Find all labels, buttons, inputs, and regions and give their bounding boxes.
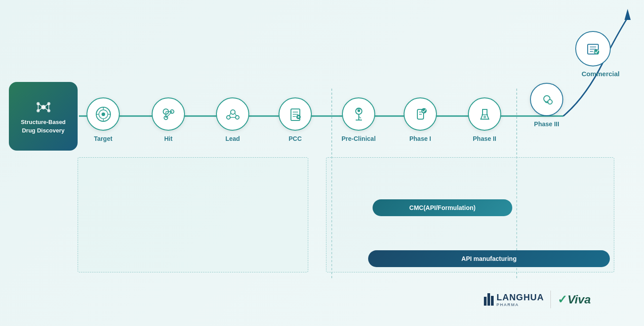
bar3: [491, 296, 494, 306]
pcc-circle: [279, 97, 312, 131]
target-circle: [86, 97, 120, 131]
pcc-label: PCC: [289, 135, 302, 142]
commercial-circle: [575, 31, 611, 66]
phase3-circle: [530, 83, 563, 116]
viva-check: ✓: [558, 293, 567, 306]
api-bar: API manufacturing: [368, 250, 610, 267]
svg-point-51: [421, 108, 427, 113]
cmc-bar: CMC(API/Formulation): [373, 199, 512, 216]
hit-label: Hit: [164, 135, 173, 142]
preclinical-label: Pre-Clinical: [342, 135, 376, 142]
stage-phase2: Phase II: [468, 97, 501, 142]
lead-circle: [216, 97, 249, 131]
discovery-area: [78, 157, 308, 272]
phase1-label: Phase I: [409, 135, 431, 142]
langhua-bars-icon: [484, 293, 494, 306]
logo-divider: [550, 291, 551, 308]
viva-logo: ✓Viva: [558, 293, 591, 307]
bar2: [487, 293, 490, 306]
stage-preclinical: Pre-Clinical: [342, 97, 376, 142]
svg-point-19: [102, 113, 105, 116]
lead-label: Lead: [225, 135, 240, 142]
hit-circle: [152, 97, 185, 131]
svg-point-30: [231, 110, 235, 114]
phase3-label: Phase III: [534, 120, 559, 128]
langhua-text: LANGHUA PHARMA: [496, 292, 544, 307]
stage-pcc: PCC: [279, 97, 312, 142]
commercial-label: Commercial: [581, 70, 620, 78]
svg-point-47: [357, 109, 360, 112]
logo-area: LANGHUA PHARMA ✓Viva: [484, 291, 591, 308]
cmc-label: CMC(API/Formulation): [409, 204, 475, 211]
svg-marker-2: [624, 9, 631, 20]
svg-line-34: [235, 113, 236, 116]
main-container: Structure-Based Drug Discovery Target: [0, 0, 644, 326]
stage-phase3: Phase III: [530, 83, 563, 128]
phase2-circle: [468, 97, 501, 131]
svg-line-33: [229, 113, 231, 116]
svg-point-31: [227, 116, 230, 119]
bar1: [484, 297, 487, 306]
discovery-box: Structure-Based Drug Discovery: [9, 82, 78, 151]
target-label: Target: [94, 135, 113, 142]
api-label: API manufacturing: [461, 255, 516, 262]
svg-point-53: [483, 116, 486, 118]
stage-lead: Lead: [216, 97, 249, 142]
stage-phase1: Phase I: [404, 97, 437, 142]
langhua-sub: PHARMA: [496, 303, 544, 307]
langhua-logo: LANGHUA PHARMA: [484, 292, 544, 307]
discovery-title: Structure-Based Drug Discovery: [16, 118, 71, 134]
stage-hit: Hit: [152, 97, 185, 142]
preclinical-circle: [342, 97, 375, 131]
stage-target: Target: [86, 97, 120, 142]
phase1-circle: [404, 97, 437, 131]
langhua-main: LANGHUA: [496, 292, 544, 303]
discovery-icon: [34, 98, 53, 118]
phase2-label: Phase II: [473, 135, 496, 142]
svg-point-32: [236, 116, 239, 119]
